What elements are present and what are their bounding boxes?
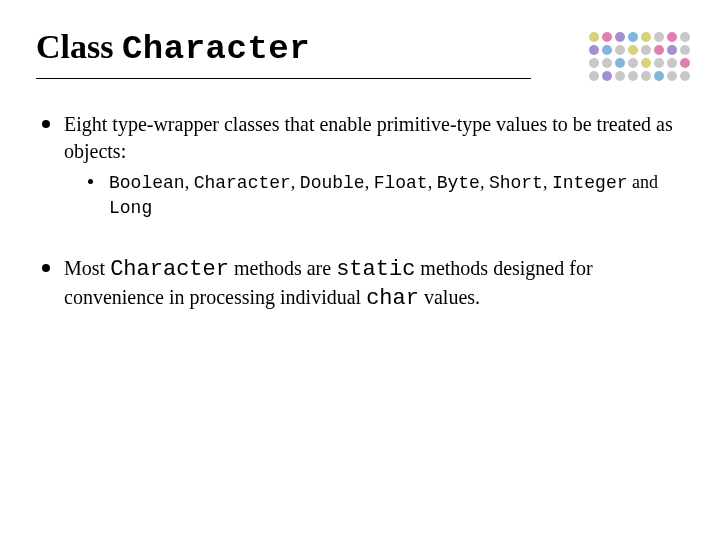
bullet-marker-icon [42,120,50,128]
code-text: Boolean [109,173,185,193]
body-text: , [185,172,194,192]
decoration-dot [602,32,612,42]
decoration-dot [680,71,690,81]
sub-bullet-list: Boolean, Character, Double, Float, Byte,… [64,170,684,221]
title-prefix: Class [36,28,122,65]
bullet-text: Eight type-wrapper classes that enable p… [64,111,684,164]
decoration-dot [667,58,677,68]
decoration-dot [654,58,664,68]
code-text: Character [110,257,229,282]
decoration-dot [654,32,664,42]
decoration-dot [667,71,677,81]
sub-bullet-text: Boolean, Character, Double, Float, Byte,… [109,170,684,221]
body-text: , [428,172,437,192]
bullet-content: Most Character methods are static method… [64,255,684,313]
decoration-dot [628,45,638,55]
decoration-dot [615,45,625,55]
decoration-dot [667,32,677,42]
sub-bullet-marker-icon [88,179,93,184]
decoration-dot [641,71,651,81]
decoration-dot [615,32,625,42]
sub-bullet-item: Boolean, Character, Double, Float, Byte,… [88,170,684,221]
code-text: Byte [437,173,480,193]
body-text: Most [64,257,110,279]
decoration-dot [641,32,651,42]
code-text: char [366,286,419,311]
decoration-dot [602,45,612,55]
body-text: methods are [229,257,336,279]
code-text: Integer [552,173,628,193]
bullet-marker-icon [42,264,50,272]
decoration-dot [615,58,625,68]
decoration-dot [589,71,599,81]
decoration-dot [615,71,625,81]
decoration-dot [654,45,664,55]
body-text: and [628,172,659,192]
bullet-text: Most Character methods are static method… [64,255,684,313]
decoration-dot [641,45,651,55]
decoration-dot [680,45,690,55]
decoration-dot [602,71,612,81]
code-text: static [336,257,415,282]
decoration-dot [654,71,664,81]
decoration-dot [628,71,638,81]
decoration-dot [680,58,690,68]
bullet-content: Eight type-wrapper classes that enable p… [64,111,684,220]
slide-title: Class Character [36,28,684,68]
decoration-dot [589,45,599,55]
code-text: Long [109,198,152,218]
body-text: , [365,172,374,192]
body-text: values. [419,286,480,308]
decoration-dot [628,58,638,68]
decoration-dot [667,45,677,55]
code-text: Float [374,173,428,193]
bullet-item: Most Character methods are static method… [42,255,684,313]
title-area: Class Character [36,28,684,79]
body-text: , [543,172,552,192]
decoration-dot [680,32,690,42]
decoration-dot [589,58,599,68]
code-text: Short [489,173,543,193]
title-code: Character [122,30,310,68]
body-text: , [291,172,300,192]
bullet-item: Eight type-wrapper classes that enable p… [42,111,684,220]
slide: Class Character Eight type-wrapper class… [0,0,720,375]
dots-decoration-icon [589,32,692,83]
decoration-dot [589,32,599,42]
decoration-dot [641,58,651,68]
decoration-dot [602,58,612,68]
decoration-dot [628,32,638,42]
code-text: Character [194,173,291,193]
bullet-list: Eight type-wrapper classes that enable p… [36,111,684,312]
code-text: Double [300,173,365,193]
title-underline [36,78,531,79]
body-text: , [480,172,489,192]
